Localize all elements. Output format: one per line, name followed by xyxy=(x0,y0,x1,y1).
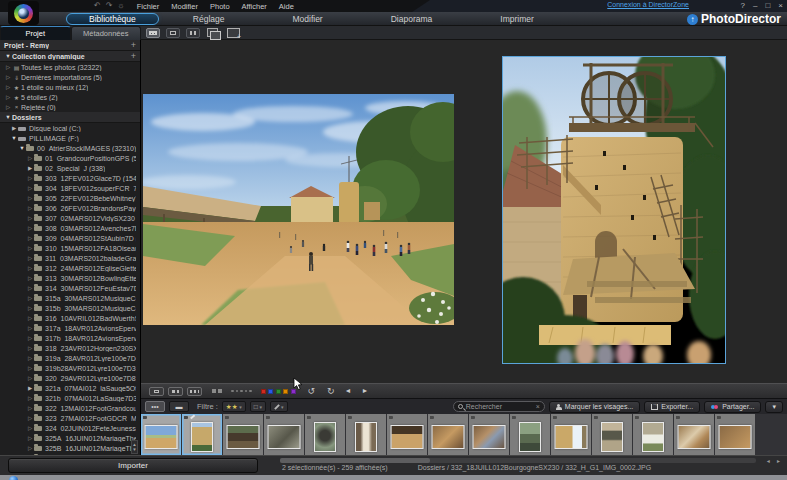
expand-icon[interactable]: ▷ xyxy=(4,64,12,70)
folder-row[interactable]: ▷ 309_04MARS012StAubin7D (1... xyxy=(0,233,140,243)
directorzone-link[interactable]: Connexion à DirectorZone xyxy=(607,1,689,8)
collection-item[interactable]: ▷ ★ 5 étoiles (2) xyxy=(0,92,140,102)
tab-modifier[interactable]: Modifier xyxy=(258,13,356,25)
expand-icon[interactable]: ▷ xyxy=(26,225,34,231)
restore-button[interactable]: □ xyxy=(765,0,770,11)
label-filter-dropdown[interactable]: ▾ xyxy=(270,401,288,412)
thumbnail[interactable] xyxy=(674,414,714,455)
folder-row[interactable]: ▷ 319b28AVR012Lyre100e7D30... xyxy=(0,363,140,373)
photo-landscape-guedelon[interactable] xyxy=(143,94,454,325)
expand-icon[interactable]: ▷ xyxy=(26,215,34,221)
thumbnail[interactable] xyxy=(510,414,550,455)
grid-view-icon[interactable] xyxy=(146,28,160,38)
thumbnail[interactable] xyxy=(387,414,427,455)
expand-icon[interactable]: ▷ xyxy=(26,395,34,401)
folder-row[interactable]: ▷ 323_27MAI012FootGDCR_MTB... xyxy=(0,413,140,423)
folder-row[interactable]: ▶ Disque local (C:) xyxy=(0,123,140,133)
folder-row[interactable]: ▷ 303_12FEV012Glace7D (154) xyxy=(0,173,140,183)
export-button[interactable]: Exporter... xyxy=(644,401,700,413)
add-collection-button[interactable]: + xyxy=(131,52,136,61)
expand-icon[interactable]: ▷ xyxy=(26,195,34,201)
multi-viewer-icon[interactable] xyxy=(187,387,202,396)
rotate-right-icon[interactable]: ↻ xyxy=(327,386,335,396)
flag-pick-icons[interactable] xyxy=(212,389,222,393)
folder-row[interactable]: ▷ 322_12MAI012FootGrandcour... xyxy=(0,403,140,413)
single-viewer-icon[interactable] xyxy=(149,387,164,396)
folder-row[interactable]: ▷ 325A_16JUIN012MariageThevoz... xyxy=(0,433,140,443)
expand-icon[interactable]: ▷ xyxy=(4,74,12,80)
smart-collection-header[interactable]: ▼ Collection dynamique + xyxy=(0,51,140,62)
filmstrip-scrollbar[interactable] xyxy=(280,458,756,463)
folder-row[interactable]: ▷ 319a_28AVR012Lyre100e7Dd8... xyxy=(0,353,140,363)
folder-row[interactable]: ▷ 320_29AVR012Lyre100e7D85 ... xyxy=(0,373,140,383)
tag-faces-button[interactable]: Marquer les visages... xyxy=(549,401,640,413)
thumbnail[interactable] xyxy=(346,414,386,455)
folder-row[interactable]: ▷ 321b_07MAI012LaSauge7D30... xyxy=(0,393,140,403)
share-more-dropdown[interactable]: ▾ xyxy=(765,401,783,413)
expand-icon[interactable]: ▷ xyxy=(4,94,12,100)
thumbnail[interactable] xyxy=(592,414,632,455)
expand-icon[interactable]: ▷ xyxy=(26,265,34,271)
compare-view-icon[interactable] xyxy=(206,28,220,38)
previous-photo-icon[interactable]: ◄ xyxy=(345,386,352,396)
folder-row[interactable]: ▼ 00_AtrierStockIMAGES (32310) xyxy=(0,143,140,153)
sidebar-tab-métadonnées[interactable]: Métadonnées xyxy=(71,26,142,40)
expand-icon[interactable]: ▷ xyxy=(26,345,34,351)
chevron-down-icon[interactable]: ▼ xyxy=(4,53,12,59)
scroll-down-icon[interactable]: ▼ xyxy=(132,447,136,452)
sidebar-tab-projet[interactable]: Projet xyxy=(0,26,71,40)
thumbnail[interactable] xyxy=(182,414,222,455)
settings-gear-icon[interactable]: ☼ xyxy=(117,1,124,11)
add-project-button[interactable]: + xyxy=(131,41,136,50)
expand-icon[interactable]: ▷ xyxy=(26,155,34,161)
folder-row[interactable]: ▼ PILLIMAGE (F:) xyxy=(0,133,140,143)
menu-item-fichier[interactable]: Fichier xyxy=(137,2,160,11)
expand-icon[interactable]: ▷ xyxy=(4,84,12,90)
rotate-left-icon[interactable]: ↺ xyxy=(308,386,316,396)
single-view-icon[interactable] xyxy=(166,28,180,38)
filmstrip-view-icon[interactable]: ••• xyxy=(145,401,165,412)
photo-portrait-tower[interactable] xyxy=(503,57,725,363)
folder-row[interactable]: ▷ 01_GrandcourPositionGPS (5) xyxy=(0,153,140,163)
folder-row[interactable]: ▷ 311_03MARS2012baladeGran... xyxy=(0,253,140,263)
minimize-button[interactable]: – xyxy=(753,0,757,11)
thumbnail[interactable] xyxy=(633,414,673,455)
taskbar-app-icon[interactable] xyxy=(9,476,18,480)
folder-row[interactable]: ▷ 316_10AVRIL012BadWuerthSX... xyxy=(0,313,140,323)
expand-icon[interactable]: ▷ xyxy=(26,435,34,441)
collection-item[interactable]: ▷ ⇓ Dernières importations (5) xyxy=(0,72,140,82)
expand-icon[interactable]: ▷ xyxy=(26,315,34,321)
folder-row[interactable]: ▷ 313_30MARS012BowlingEtteu... xyxy=(0,273,140,283)
folders-header[interactable]: ▼ Dossiers xyxy=(0,112,140,123)
expand-icon[interactable]: ▶ xyxy=(26,385,34,391)
expand-icon[interactable]: ▷ xyxy=(26,205,34,211)
import-button[interactable]: Importer xyxy=(8,458,258,473)
expand-icon[interactable]: ▶ xyxy=(26,165,34,171)
tab-bibliothèque[interactable]: Bibliothèque xyxy=(66,13,159,25)
folder-row[interactable]: ▶ 321a_07MAI012_laSauge5Otes... xyxy=(0,383,140,393)
menu-item-photo[interactable]: Photo xyxy=(210,2,230,11)
clear-search-icon[interactable]: × xyxy=(536,403,540,410)
scroll-arrows[interactable]: ◄ ► xyxy=(766,458,783,464)
color-swatch[interactable] xyxy=(283,389,288,394)
thumbnail[interactable] xyxy=(141,414,181,455)
tree-scrollbar[interactable]: ▲ ▼ xyxy=(131,440,138,454)
collection-item[interactable]: ▷ ▤ Toutes les photos (32322) xyxy=(0,62,140,72)
undo-icon[interactable]: ↶ xyxy=(94,1,101,11)
expand-icon[interactable]: ▷ xyxy=(26,405,34,411)
folder-row[interactable]: ▷ 315b_30MARS012MusiqueCon... xyxy=(0,303,140,313)
thumbnail[interactable] xyxy=(551,414,591,455)
folder-row[interactable]: ▷ 314_30MARS012FeuEstav7D3... xyxy=(0,283,140,293)
share-button[interactable]: Partager... xyxy=(704,401,761,413)
rating-dots[interactable] xyxy=(231,390,252,393)
folder-row[interactable]: ▷ 307_02MARS012VidySX230 (83) xyxy=(0,213,140,223)
close-button[interactable]: × xyxy=(778,0,783,11)
folder-row[interactable]: ▷ 312_24MARS012EgliseGlettere... xyxy=(0,263,140,273)
expand-icon[interactable]: ▷ xyxy=(26,415,34,421)
collection-item[interactable]: ▷ ★ 1 étoile ou mieux (12) xyxy=(0,82,140,92)
thumbnail[interactable] xyxy=(469,414,509,455)
tab-réglage[interactable]: Réglage xyxy=(159,13,259,25)
expand-icon[interactable]: ▷ xyxy=(26,295,34,301)
folder-row[interactable]: ▷ 325B_16JUIN012MariageThev... xyxy=(0,443,140,453)
expand-icon[interactable]: ▷ xyxy=(4,104,12,110)
